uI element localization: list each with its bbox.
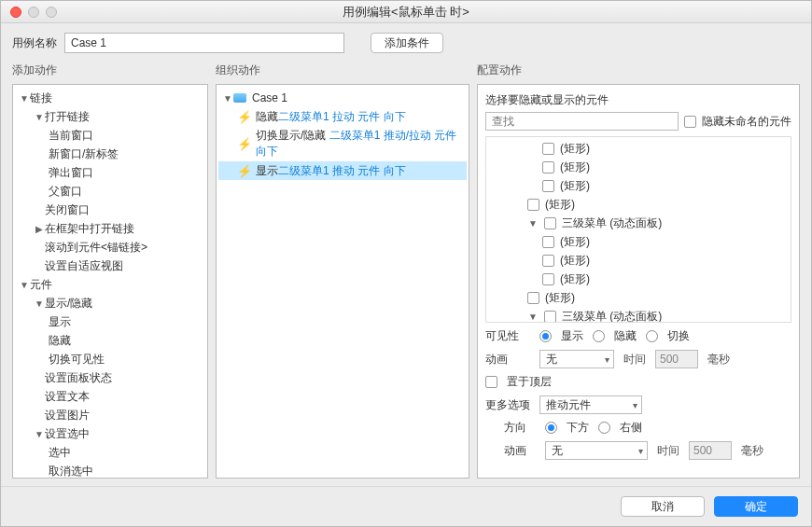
org-action-3[interactable]: ⚡显示 二级菜单1 推动 元件 向下 xyxy=(218,161,467,180)
hide-unnamed-checkbox[interactable] xyxy=(684,116,696,128)
ms2-label: 毫秒 xyxy=(741,443,763,459)
tree-open-link[interactable]: ▼打开链接 xyxy=(15,107,205,126)
tree-close-window[interactable]: ▶关闭窗口 xyxy=(15,201,205,219)
time-label: 时间 xyxy=(623,352,646,368)
add-condition-button[interactable]: 添加条件 xyxy=(371,33,443,53)
widget-checklist[interactable]: (矩形) (矩形) (矩形) (矩形) ▼三级菜单 (动态面板) (矩形) (矩… xyxy=(485,136,791,323)
tree-toggle-vis[interactable]: 切换可见性 xyxy=(15,350,205,368)
tree-set-text[interactable]: ▶设置文本 xyxy=(15,387,205,406)
anim-select[interactable]: 无 xyxy=(539,350,614,368)
bring-front-checkbox[interactable] xyxy=(485,376,497,388)
anim2-label: 动画 xyxy=(504,443,536,459)
tree-parent-window[interactable]: 父窗口 xyxy=(15,182,205,201)
radio-show[interactable] xyxy=(539,330,552,342)
list-item[interactable]: ▼三级菜单 (动态面板) xyxy=(486,214,791,232)
ok-button[interactable]: 确定 xyxy=(714,496,798,517)
tree-set-image[interactable]: ▶设置图片 xyxy=(15,406,205,424)
bolt-icon: ⚡ xyxy=(237,137,252,151)
list-item[interactable]: (矩形) xyxy=(486,270,791,288)
ms-label: 毫秒 xyxy=(707,352,730,368)
tree-show[interactable]: 显示 xyxy=(15,312,205,331)
tree-scroll-anchor[interactable]: ▶滚动到元件<锚链接> xyxy=(15,238,205,257)
widget-search-input[interactable] xyxy=(485,112,679,131)
radio-below[interactable] xyxy=(545,422,557,434)
organize-tree[interactable]: ▼Case 1 ⚡隐藏 二级菜单1 拉动 元件 向下 ⚡切换显示/隐藏 二级菜单… xyxy=(216,84,469,478)
visibility-label: 可见性 xyxy=(485,328,530,344)
select-widgets-label: 选择要隐藏或显示的元件 xyxy=(485,92,791,108)
list-item[interactable]: (矩形) xyxy=(486,195,791,214)
list-item[interactable]: (矩形) xyxy=(486,158,791,176)
org-action-1[interactable]: ⚡隐藏 二级菜单1 拉动 元件 向下 xyxy=(218,107,467,126)
tree-show-hide[interactable]: ▼显示/隐藏 xyxy=(15,294,205,312)
list-item[interactable]: (矩形) xyxy=(486,139,791,158)
tree-set-panel[interactable]: ▶设置面板状态 xyxy=(15,368,205,387)
list-item[interactable]: (矩形) xyxy=(486,288,791,307)
list-item[interactable]: (矩形) xyxy=(486,176,791,195)
tree-selected[interactable]: 选中 xyxy=(15,443,205,462)
cancel-button[interactable]: 取消 xyxy=(621,496,705,517)
tree-hide[interactable]: 隐藏 xyxy=(15,331,205,350)
bring-front-label: 置于顶层 xyxy=(507,374,552,390)
tree-open-in-frame[interactable]: ▶在框架中打开链接 xyxy=(15,219,205,238)
direction-label: 方向 xyxy=(504,420,536,436)
case-name-label: 用例名称 xyxy=(12,35,57,51)
radio-right[interactable] xyxy=(598,422,610,434)
case-name-input[interactable] xyxy=(64,33,344,53)
window-title: 用例编辑<鼠标单击 时> xyxy=(1,4,811,21)
organize-heading: 组织动作 xyxy=(216,62,469,78)
more-options-select[interactable]: 推动元件 xyxy=(539,395,642,414)
list-item[interactable]: ▼三级菜单 (动态面板) xyxy=(486,307,791,323)
add-action-tree[interactable]: ▼链接 ▼打开链接 当前窗口 新窗口/新标签 弹出窗口 父窗口 ▶关闭窗口 ▶在… xyxy=(12,84,208,478)
time2-field[interactable] xyxy=(689,441,732,460)
tree-links[interactable]: ▼链接 xyxy=(15,89,205,107)
tree-set-selected[interactable]: ▼设置选中 xyxy=(15,424,205,443)
time2-label: 时间 xyxy=(657,443,679,459)
radio-toggle[interactable] xyxy=(646,330,658,342)
tree-popup[interactable]: 弹出窗口 xyxy=(15,163,205,182)
tree-current-window[interactable]: 当前窗口 xyxy=(15,126,205,145)
bolt-icon: ⚡ xyxy=(237,110,252,124)
tree-new-window[interactable]: 新窗口/新标签 xyxy=(15,145,205,163)
add-action-heading: 添加动作 xyxy=(12,62,208,78)
more-options-label: 更多选项 xyxy=(485,397,530,413)
configure-panel: 选择要隐藏或显示的元件 隐藏未命名的元件 (矩形) (矩形) (矩形) (矩形)… xyxy=(477,84,800,478)
anim2-select[interactable]: 无 xyxy=(545,441,648,460)
tree-deselect[interactable]: 取消选中 xyxy=(15,462,205,478)
bolt-icon: ⚡ xyxy=(237,164,252,178)
configure-heading: 配置动作 xyxy=(477,62,800,78)
time-field[interactable] xyxy=(655,350,698,368)
tree-widgets[interactable]: ▼元件 xyxy=(15,275,205,294)
list-item[interactable]: (矩形) xyxy=(486,251,791,270)
case-icon xyxy=(233,93,246,103)
tree-adaptive[interactable]: ▶设置自适应视图 xyxy=(15,257,205,275)
radio-hide[interactable] xyxy=(593,330,605,342)
hide-unnamed-label: 隐藏未命名的元件 xyxy=(702,114,791,130)
org-case[interactable]: ▼Case 1 xyxy=(218,89,467,107)
org-action-2[interactable]: ⚡切换显示/隐藏 二级菜单1 推动/拉动 元件 向下 xyxy=(218,126,467,161)
list-item[interactable]: (矩形) xyxy=(486,232,791,251)
anim-label: 动画 xyxy=(485,352,530,368)
